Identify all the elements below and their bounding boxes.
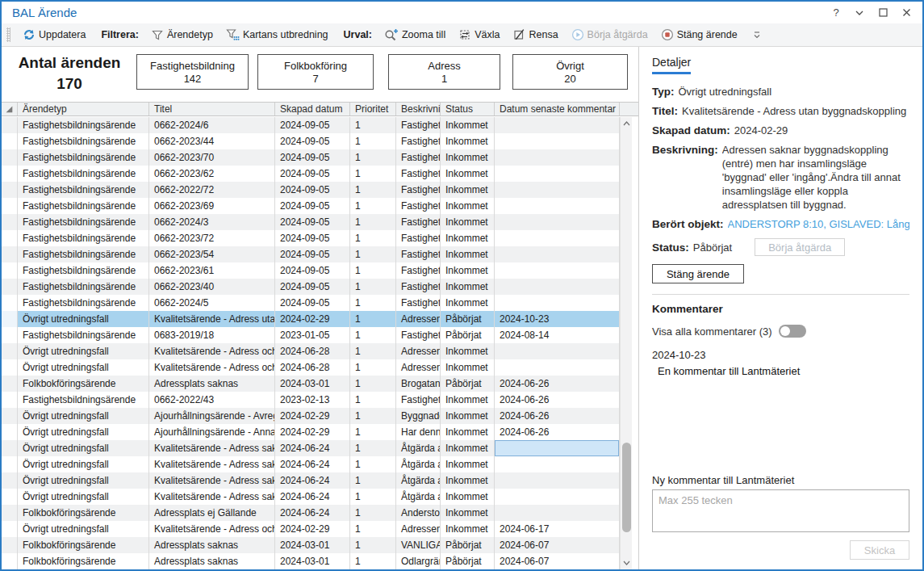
- table-row[interactable]: FolkbokföringsärendeAdressplats saknas20…: [2, 376, 620, 392]
- table-row[interactable]: Fastighetsbildningsärende0662-2023/54202…: [2, 246, 620, 262]
- table-cell[interactable]: Fastighets: [396, 327, 441, 343]
- table-cell[interactable]: Fastighetsbildningsärende: [18, 214, 149, 230]
- rensa-button[interactable]: Rensa: [508, 26, 562, 44]
- table-row[interactable]: Övrigt utredningsfallKvalitetsärende - A…: [2, 521, 620, 537]
- row-gutter[interactable]: [2, 262, 18, 279]
- table-cell[interactable]: Folkbokföringsärende: [18, 505, 149, 521]
- table-cell[interactable]: Fastighetsbildningsärende: [18, 327, 149, 343]
- table-cell[interactable]: 2024-06-26: [495, 408, 620, 424]
- column-header-skapad-datum[interactable]: Skapad datum: [275, 103, 350, 115]
- table-row[interactable]: Fastighetsbildningsärende0662-2023/72202…: [2, 230, 620, 246]
- table-cell[interactable]: 2024-09-05: [275, 295, 350, 311]
- table-cell[interactable]: 1: [350, 230, 396, 246]
- row-gutter[interactable]: [2, 343, 18, 359]
- table-row[interactable]: FolkbokföringsärendeAdressplats saknas20…: [2, 537, 620, 553]
- table-row[interactable]: Fastighetsbildningsärende0662-2023/61202…: [2, 262, 620, 279]
- row-gutter[interactable]: [2, 327, 18, 343]
- table-cell[interactable]: Adressplats saknas: [149, 376, 275, 392]
- table-cell[interactable]: Anderstorp: [396, 505, 441, 521]
- borja-atgarda-detail-button[interactable]: Börja åtgärda: [755, 238, 845, 256]
- table-cell[interactable]: [495, 456, 620, 472]
- table-cell[interactable]: 2024-09-05: [275, 198, 350, 214]
- berort-objekt-link[interactable]: ANDERSTORP 8:10, GISLAVED: Långgatan 90: [728, 217, 909, 231]
- table-cell[interactable]: Åtgärda ad: [396, 472, 441, 489]
- table-cell[interactable]: [495, 230, 620, 246]
- table-cell[interactable]: 2024-06-17: [495, 521, 620, 537]
- table-cell[interactable]: Åtgärda ad: [396, 440, 441, 456]
- table-cell[interactable]: 2024-09-05: [275, 246, 350, 262]
- row-gutter[interactable]: [2, 230, 18, 246]
- table-cell[interactable]: Åtgärda ad: [396, 456, 441, 472]
- table-cell[interactable]: 2024-06-07: [495, 553, 620, 569]
- table-cell[interactable]: Adressen l: [396, 359, 441, 376]
- table-cell[interactable]: Inkommet: [441, 214, 495, 230]
- table-cell[interactable]: Fastighets: [396, 295, 441, 311]
- table-cell[interactable]: [495, 246, 620, 262]
- table-cell[interactable]: 1: [350, 262, 396, 279]
- table-cell[interactable]: Brogatan 9: [396, 376, 441, 392]
- row-gutter[interactable]: [2, 166, 18, 182]
- table-cell[interactable]: [495, 472, 620, 489]
- table-cell[interactable]: Fastighetsbildningsärende: [18, 279, 149, 295]
- table-cell[interactable]: Fastighetsbildningsärende: [18, 133, 149, 149]
- table-cell[interactable]: Fastighets: [396, 246, 441, 262]
- table-cell[interactable]: Övrigt utredningsfall: [18, 408, 149, 424]
- row-gutter[interactable]: [2, 279, 18, 295]
- table-cell[interactable]: 1: [350, 149, 396, 166]
- table-cell[interactable]: VANLIGA G: [396, 537, 441, 553]
- table-cell[interactable]: 0662-2023/72: [149, 230, 275, 246]
- table-cell[interactable]: Fastighets: [396, 279, 441, 295]
- row-gutter[interactable]: [2, 133, 18, 149]
- table-cell[interactable]: [495, 198, 620, 214]
- row-gutter[interactable]: [2, 489, 18, 505]
- table-cell[interactable]: Påbörjat: [441, 327, 495, 343]
- table-cell[interactable]: 2024-06-24: [275, 456, 350, 472]
- table-cell[interactable]: 2024-02-29: [275, 311, 350, 327]
- table-cell[interactable]: Kvalitetsärende - Adress sakn: [149, 489, 275, 505]
- table-cell[interactable]: 1: [350, 456, 396, 472]
- table-cell[interactable]: Inkommet: [441, 182, 495, 198]
- table-cell[interactable]: 1: [350, 408, 396, 424]
- table-cell[interactable]: Fastighets: [396, 166, 441, 182]
- row-gutter[interactable]: [2, 521, 18, 537]
- table-cell[interactable]: 2023-02-13: [275, 392, 350, 408]
- table-cell[interactable]: Fastighets: [396, 230, 441, 246]
- table-cell[interactable]: 2024-06-26: [495, 376, 620, 392]
- category-box-ovrigt[interactable]: Övrigt 20: [512, 54, 628, 90]
- table-cell[interactable]: Fastighets: [396, 149, 441, 166]
- table-cell[interactable]: Inkommet: [441, 117, 495, 133]
- table-cell[interactable]: Har denna: [396, 424, 441, 440]
- table-cell[interactable]: 2024-03-01: [275, 537, 350, 553]
- table-cell[interactable]: 2024-06-26: [495, 424, 620, 440]
- table-cell[interactable]: [495, 279, 620, 295]
- table-cell[interactable]: Fastighets: [396, 214, 441, 230]
- table-cell[interactable]: [495, 166, 620, 182]
- table-cell[interactable]: 1: [350, 166, 396, 182]
- table-cell[interactable]: Inkommet: [441, 198, 495, 214]
- table-cell[interactable]: Fastighets: [396, 117, 441, 133]
- row-gutter[interactable]: [2, 214, 18, 230]
- table-cell[interactable]: Fastighetsbildningsärende: [18, 246, 149, 262]
- table-cell[interactable]: Inkommet: [441, 246, 495, 262]
- table-cell[interactable]: [495, 214, 620, 230]
- table-cell[interactable]: [495, 489, 620, 505]
- stang-arende-detail-button[interactable]: Stäng ärende: [652, 264, 744, 283]
- table-cell[interactable]: Ajourhållningsärende - Anna: [149, 424, 275, 440]
- table-cell[interactable]: Inkommet: [441, 279, 495, 295]
- table-cell[interactable]: 1: [350, 198, 396, 214]
- table-cell[interactable]: 2024-09-05: [275, 214, 350, 230]
- category-box-fastighetsbildning[interactable]: Fastighetsbildning 142: [136, 54, 249, 90]
- table-cell[interactable]: 1: [350, 505, 396, 521]
- table-cell[interactable]: [495, 149, 620, 166]
- table-cell[interactable]: Påbörjat: [441, 376, 495, 392]
- table-row[interactable]: Fastighetsbildningsärende0662-2023/70202…: [2, 149, 620, 166]
- row-gutter[interactable]: [2, 440, 18, 456]
- table-cell[interactable]: 1: [350, 537, 396, 553]
- table-cell[interactable]: 0662-2022/43: [149, 392, 275, 408]
- table-cell[interactable]: Kvalitetsärende - Adress och b: [149, 359, 275, 376]
- table-cell[interactable]: Övrigt utredningsfall: [18, 489, 149, 505]
- row-gutter[interactable]: [2, 553, 18, 569]
- category-box-adress[interactable]: Adress 1: [388, 54, 500, 90]
- table-cell[interactable]: Inkommet: [441, 408, 495, 424]
- close-icon[interactable]: [898, 6, 914, 20]
